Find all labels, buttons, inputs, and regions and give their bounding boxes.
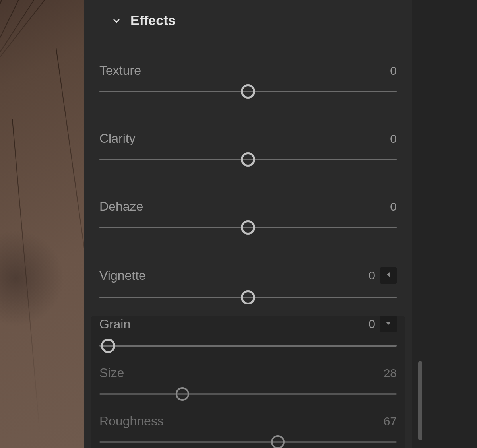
- grain-slider-thumb[interactable]: [101, 339, 115, 353]
- dehaze-label: Dehaze: [99, 199, 143, 214]
- grain-slider[interactable]: [99, 338, 397, 354]
- texture-label: Texture: [99, 63, 141, 78]
- vignette-slider[interactable]: [99, 289, 397, 305]
- effects-panel: Effects Texture 0 Clarity 0 Dehaze 0: [84, 0, 412, 448]
- roughness-slider-thumb[interactable]: [271, 435, 285, 448]
- size-slider[interactable]: [99, 386, 397, 402]
- size-label: Size: [99, 366, 124, 380]
- vignette-value[interactable]: 0: [355, 269, 375, 282]
- size-value[interactable]: 28: [377, 367, 397, 380]
- size-slider-thumb[interactable]: [176, 387, 189, 401]
- dehaze-slider[interactable]: [99, 219, 397, 235]
- vignette-label: Vignette: [99, 268, 146, 283]
- roughness-value[interactable]: 67: [377, 415, 397, 428]
- effects-section-title: Effects: [130, 13, 175, 28]
- texture-slider[interactable]: [99, 83, 397, 99]
- dehaze-value[interactable]: 0: [377, 200, 397, 213]
- dehaze-slider-thumb[interactable]: [241, 220, 255, 235]
- vignette-options-button[interactable]: [380, 267, 397, 284]
- grain-value[interactable]: 0: [355, 317, 375, 331]
- triangle-left-icon: [385, 272, 392, 279]
- texture-slider-thumb[interactable]: [241, 84, 255, 99]
- grain-group: Grain 0 Size 28: [91, 316, 405, 448]
- chevron-down-icon: [111, 16, 122, 26]
- svg-marker-0: [387, 272, 390, 277]
- roughness-slider[interactable]: [99, 434, 397, 448]
- panel-scrollbar[interactable]: [418, 361, 422, 440]
- clarity-value[interactable]: 0: [377, 132, 397, 145]
- svg-marker-1: [386, 322, 391, 325]
- clarity-slider[interactable]: [99, 151, 397, 167]
- vignette-slider-thumb[interactable]: [241, 290, 255, 304]
- roughness-label: Roughness: [99, 414, 164, 429]
- grain-label: Grain: [99, 317, 130, 332]
- triangle-down-icon: [385, 320, 392, 328]
- photo-preview: [0, 0, 84, 448]
- right-gutter: [412, 0, 477, 448]
- texture-value[interactable]: 0: [377, 64, 397, 78]
- clarity-slider-thumb[interactable]: [241, 152, 255, 167]
- effects-section-header[interactable]: Effects: [99, 0, 397, 31]
- grain-options-button[interactable]: [380, 316, 397, 332]
- clarity-label: Clarity: [99, 131, 136, 146]
